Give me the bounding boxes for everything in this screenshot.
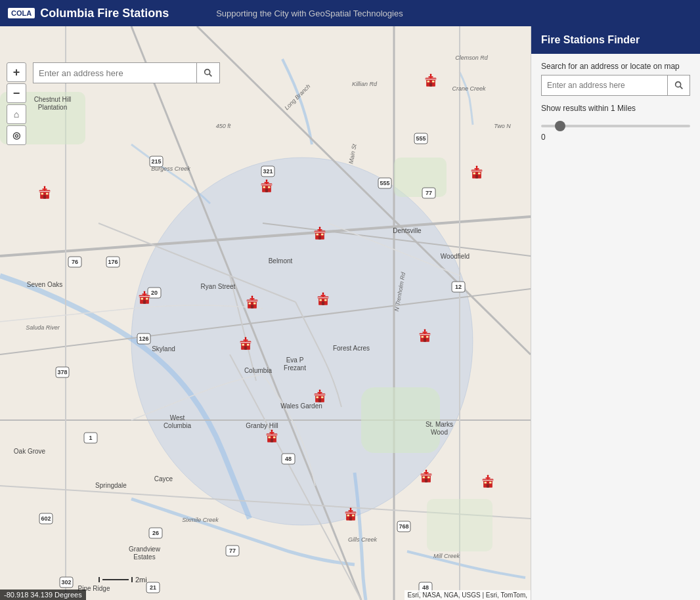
svg-point-207	[426, 469, 427, 471]
svg-rect-211	[487, 484, 489, 488]
panel-address-input[interactable]	[541, 75, 668, 96]
svg-text:12: 12	[455, 284, 462, 290]
svg-text:Woodfield: Woodfield	[441, 253, 470, 260]
fire-station-icon[interactable]	[238, 336, 253, 351]
svg-rect-224	[349, 510, 353, 511]
svg-rect-193	[271, 439, 273, 442]
panel-title: Fire Stations Finder	[541, 34, 640, 45]
map-area[interactable]: DentsvilleWoodfieldSeven OaksRyan Street…	[0, 26, 531, 600]
svg-line-90	[209, 74, 212, 77]
zoom-in-button[interactable]: +	[7, 62, 26, 82]
svg-rect-212	[485, 482, 487, 484]
svg-rect-113	[427, 81, 429, 83]
svg-rect-121	[475, 175, 478, 179]
svg-rect-184	[318, 398, 321, 402]
locate-button[interactable]: ◎	[7, 125, 26, 145]
fire-station-icon[interactable]	[313, 389, 327, 403]
coordinates-bar: -80.918 34.139 Degrees	[0, 589, 86, 600]
svg-rect-111	[426, 79, 437, 79]
svg-rect-93	[39, 191, 51, 192]
panel-search-button[interactable]	[668, 75, 690, 96]
svg-rect-185	[317, 396, 318, 398]
svg-point-108	[266, 179, 268, 181]
svg-rect-147	[318, 297, 329, 298]
map-search-input[interactable]	[33, 62, 197, 83]
map-attribution: Esri, NASA, NGA, USGS | Esri, TomTom,	[405, 590, 531, 600]
panel-header: Fire Stations Finder	[531, 26, 700, 54]
svg-point-144	[252, 295, 253, 297]
map-search-button[interactable]	[197, 62, 220, 83]
svg-text:Crane Creek: Crane Creek	[452, 85, 486, 92]
svg-text:Cayce: Cayce	[154, 475, 173, 482]
svg-rect-102	[261, 184, 273, 185]
svg-text:Wales Garden: Wales Garden	[280, 402, 322, 410]
svg-text:Gills Creek: Gills Creek	[348, 536, 378, 543]
svg-text:Ryan Street: Ryan Street	[201, 283, 236, 290]
zoom-out-button[interactable]: −	[7, 83, 26, 103]
svg-point-216	[487, 475, 489, 477]
fire-station-icon[interactable]	[419, 469, 433, 483]
svg-text:321: 321	[263, 168, 273, 175]
svg-rect-165	[420, 334, 431, 335]
svg-point-99	[44, 186, 46, 188]
radius-slider[interactable]	[541, 125, 690, 127]
slider-value: 0	[541, 133, 690, 142]
svg-text:Clemson Rd: Clemson Rd	[455, 54, 489, 61]
svg-text:20: 20	[151, 289, 158, 296]
svg-rect-194	[269, 437, 271, 439]
svg-rect-148	[322, 301, 324, 305]
svg-rect-197	[270, 432, 274, 433]
svg-rect-143	[250, 298, 255, 299]
svg-rect-170	[423, 332, 427, 333]
svg-rect-213	[489, 482, 491, 484]
svg-rect-140	[249, 303, 251, 305]
svg-text:21: 21	[150, 584, 156, 591]
home-button[interactable]: ⌂	[7, 104, 26, 124]
svg-point-225	[350, 507, 352, 509]
svg-text:Chestnut HillPlantation: Chestnut HillPlantation	[34, 96, 72, 111]
svg-rect-161	[142, 293, 147, 295]
fire-station-icon[interactable]	[313, 226, 327, 240]
svg-text:Killian Rd: Killian Rd	[352, 81, 378, 87]
svg-rect-112	[429, 83, 432, 87]
map-background: DentsvilleWoodfieldSeven OaksRyan Street…	[0, 26, 531, 600]
svg-rect-150	[324, 299, 326, 301]
svg-rect-104	[263, 186, 265, 188]
svg-rect-174	[240, 342, 252, 343]
svg-rect-168	[426, 336, 428, 338]
slider-container: 0	[541, 118, 690, 142]
fire-station-icon[interactable]	[137, 290, 152, 305]
fire-station-icon[interactable]	[424, 73, 438, 87]
svg-rect-177	[247, 344, 249, 346]
svg-text:Seven Oaks: Seven Oaks	[27, 281, 62, 288]
svg-text:450 ft: 450 ft	[216, 123, 231, 129]
svg-text:302: 302	[61, 579, 71, 586]
svg-rect-192	[267, 435, 278, 435]
fire-station-icon[interactable]	[37, 185, 52, 200]
svg-text:Belmont: Belmont	[269, 257, 293, 265]
results-label: Show results within 1 Miles	[541, 104, 690, 113]
svg-rect-13	[361, 387, 440, 453]
svg-text:1: 1	[89, 435, 92, 441]
fire-station-icon[interactable]	[265, 429, 279, 443]
svg-text:Forest Acres: Forest Acres	[333, 345, 370, 352]
fire-station-icon[interactable]	[343, 507, 358, 521]
svg-text:76: 76	[72, 259, 78, 265]
svg-rect-149	[320, 299, 322, 301]
fire-station-icon[interactable]	[316, 291, 330, 306]
fire-station-icon[interactable]	[245, 295, 259, 309]
fire-station-icon[interactable]	[259, 179, 274, 193]
cola-logo: COLA	[8, 8, 35, 18]
svg-rect-125	[475, 168, 479, 169]
svg-text:215: 215	[151, 158, 161, 165]
svg-rect-130	[318, 236, 321, 240]
fire-station-icon[interactable]	[418, 328, 432, 343]
svg-rect-157	[143, 300, 146, 304]
svg-text:176: 176	[108, 259, 118, 265]
fire-station-icon[interactable]	[481, 474, 495, 488]
svg-rect-219	[345, 513, 357, 513]
svg-point-89	[205, 70, 210, 75]
fire-station-icon[interactable]	[470, 165, 484, 179]
svg-text:555: 555	[380, 180, 389, 186]
svg-point-171	[424, 329, 426, 331]
